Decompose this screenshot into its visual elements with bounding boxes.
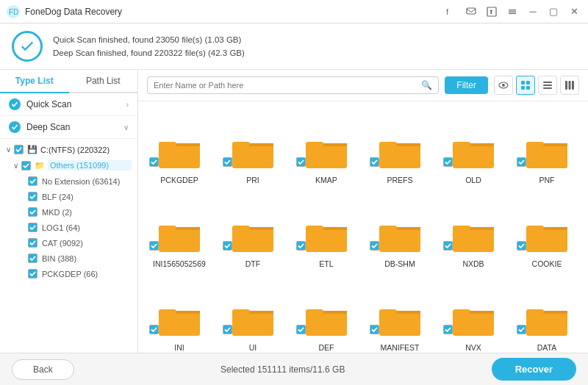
folder-icon <box>526 136 567 171</box>
drive-checkbox[interactable] <box>14 145 24 154</box>
sub-item-checkbox[interactable] <box>28 192 37 201</box>
file-item[interactable]: MANIFEST <box>365 275 435 353</box>
sidebar-sub-item[interactable]: BIN (388) <box>0 251 137 266</box>
close-button[interactable]: ✕ <box>566 4 582 20</box>
sub-item-checkbox[interactable] <box>28 269 37 278</box>
back-button[interactable]: Back <box>12 359 74 380</box>
file-checkbox[interactable] <box>296 157 306 167</box>
menu-icon[interactable] <box>504 4 520 20</box>
quick-scan-item[interactable]: Quick Scan › <box>0 93 137 116</box>
sub-item-checkbox[interactable] <box>28 223 37 232</box>
svg-rect-63 <box>306 311 347 336</box>
file-item[interactable]: OLD <box>438 107 509 188</box>
file-grid: PCKGDEP PRI KMAP <box>138 101 588 353</box>
svg-rect-15 <box>543 82 552 83</box>
tab-path-list[interactable]: Path List <box>69 70 138 93</box>
folder-icon <box>232 303 273 339</box>
file-item[interactable]: COOKIE <box>512 191 582 272</box>
svg-rect-69 <box>453 311 494 336</box>
deep-scan-arrow: ∨ <box>123 123 129 132</box>
file-checkbox[interactable] <box>370 241 379 251</box>
file-item[interactable]: PREFS <box>365 107 435 188</box>
filter-button[interactable]: Filter <box>445 76 488 94</box>
file-item[interactable]: INI1565052569 <box>144 191 215 272</box>
preview-icon[interactable] <box>494 76 513 95</box>
file-item[interactable]: NXDB <box>438 191 509 272</box>
file-checkbox[interactable] <box>149 157 159 167</box>
file-item[interactable]: ETL <box>291 191 362 272</box>
file-checkbox[interactable] <box>370 157 379 167</box>
svg-rect-26 <box>232 142 250 146</box>
drive-hdd-icon: 💾 <box>27 145 37 154</box>
search-input[interactable] <box>154 81 421 90</box>
sidebar-sub-item[interactable]: LOG1 (64) <box>0 220 137 235</box>
svg-rect-24 <box>232 143 273 168</box>
file-checkbox[interactable] <box>149 241 159 251</box>
sub-item-checkbox[interactable] <box>28 176 37 186</box>
drive-item[interactable]: ∨ 💾 C:(NTFS) (220322) <box>0 142 137 157</box>
folder-icon <box>453 220 494 255</box>
file-item[interactable]: KMAP <box>291 107 362 188</box>
file-name: PNF <box>539 176 555 184</box>
file-checkbox[interactable] <box>223 157 232 167</box>
file-checkbox[interactable] <box>517 157 526 167</box>
svg-rect-16 <box>543 84 552 86</box>
window-controls: f ⬆ ─ ▢ ✕ <box>442 4 582 20</box>
sub-item-checkbox[interactable] <box>28 253 37 263</box>
facebook-icon[interactable]: f <box>442 4 459 20</box>
file-item[interactable]: PNF <box>512 107 582 188</box>
svg-rect-27 <box>306 143 347 168</box>
sub-item-label: LOG1 (64) <box>42 223 80 232</box>
file-checkbox[interactable] <box>443 325 453 334</box>
file-checkbox[interactable] <box>517 241 526 251</box>
sidebar-sub-item[interactable]: CAT (9092) <box>0 235 137 251</box>
search-box[interactable]: 🔍 <box>147 76 439 94</box>
file-checkbox[interactable] <box>296 241 306 251</box>
file-checkbox[interactable] <box>370 325 379 334</box>
file-item[interactable]: DEF <box>291 275 362 353</box>
file-item[interactable]: DTF <box>218 191 288 272</box>
column-view-icon[interactable] <box>560 76 579 95</box>
folder-icon <box>159 220 200 255</box>
sub-item-label: BLF (24) <box>42 192 74 201</box>
file-item[interactable]: INI <box>144 275 215 353</box>
file-item[interactable]: UI <box>218 275 288 353</box>
file-item[interactable]: PCKGDEP <box>144 107 215 188</box>
sidebar-sub-item[interactable]: MKD (2) <box>0 204 137 220</box>
sidebar-sub-item[interactable]: No Extension (63614) <box>0 173 137 189</box>
minimize-button[interactable]: ─ <box>525 4 541 20</box>
list-view-icon[interactable] <box>538 76 557 95</box>
file-checkbox[interactable] <box>223 325 232 334</box>
maximize-button[interactable]: ▢ <box>545 4 562 20</box>
sub-item-checkbox[interactable] <box>28 207 37 217</box>
sidebar-sub-item[interactable]: PCKGDEP (66) <box>0 266 137 281</box>
file-item[interactable]: DATA <box>512 275 582 353</box>
svg-rect-45 <box>306 227 347 252</box>
file-item[interactable]: NVX <box>438 275 509 353</box>
file-item[interactable]: DB-SHM <box>365 191 435 272</box>
file-checkbox[interactable] <box>517 325 526 334</box>
file-checkbox[interactable] <box>149 325 159 334</box>
recover-button[interactable]: Recover <box>492 358 576 381</box>
share-icon[interactable]: ⬆ <box>484 4 500 20</box>
sidebar-sub-item[interactable]: BLF (24) <box>0 189 137 204</box>
message-icon[interactable] <box>463 4 479 20</box>
toolbar: 🔍 Filter <box>138 70 588 101</box>
svg-rect-65 <box>306 309 323 314</box>
quick-scan-result: Quick Scan finished, found 23050 file(s)… <box>53 33 245 46</box>
sub-item-checkbox[interactable] <box>28 238 37 248</box>
file-checkbox[interactable] <box>443 157 453 167</box>
others-checkbox[interactable] <box>21 161 31 170</box>
svg-rect-72 <box>526 311 567 336</box>
tab-type-list[interactable]: Type List <box>0 70 69 93</box>
file-checkbox[interactable] <box>223 241 232 251</box>
svg-rect-42 <box>232 227 273 252</box>
file-checkbox[interactable] <box>443 241 453 251</box>
file-item[interactable]: PRI <box>218 107 288 188</box>
deep-scan-item[interactable]: Deep Scan ∨ <box>0 116 137 139</box>
folder-icon <box>526 220 567 255</box>
grid-view-icon[interactable] <box>516 76 535 95</box>
others-folder-item[interactable]: ∨ 📁 Others (151099) <box>0 157 137 173</box>
file-checkbox[interactable] <box>296 325 306 334</box>
svg-rect-39 <box>159 227 200 252</box>
